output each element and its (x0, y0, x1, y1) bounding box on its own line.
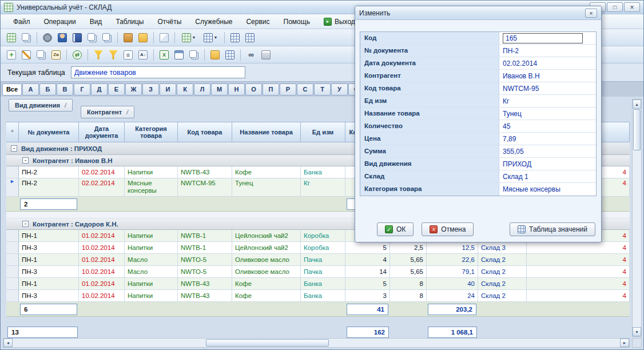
cell-date[interactable]: 01.02.2014 (79, 254, 125, 265)
calc-button[interactable] (49, 47, 63, 62)
list-button[interactable] (121, 47, 136, 62)
mail-button[interactable] (157, 30, 172, 45)
sort-button[interactable] (136, 47, 150, 62)
grid-columns-button[interactable] (243, 30, 257, 45)
cell-doc[interactable]: ПН-2 (19, 178, 79, 196)
header-unit[interactable]: Ед изм (301, 122, 345, 142)
header-date[interactable]: Дата документа (79, 122, 125, 142)
table-open-button[interactable] (19, 30, 34, 45)
cancel-button[interactable]: Отмена (422, 222, 474, 236)
horizontal-scroll-thumb[interactable] (206, 339, 329, 347)
scroll-left-icon[interactable] (3, 339, 13, 347)
cell-code[interactable]: NWTB-1 (178, 230, 232, 241)
table-row[interactable]: ПН-3 10.02.2014 Масло NWTO-5 Оливковое м… (6, 266, 630, 278)
field-value[interactable]: ПРИХОД (499, 158, 596, 170)
alphabet-letter[interactable]: Р (280, 83, 296, 96)
field-value[interactable]: Мясные консервы (499, 183, 596, 196)
cell-unit[interactable]: Банка (301, 166, 345, 178)
cell-unit[interactable]: Пачка (301, 266, 345, 277)
focused-value[interactable]: 165 (503, 33, 583, 43)
cell-qty[interactable]: 5 (345, 278, 390, 289)
alphabet-letter[interactable]: О (245, 83, 262, 96)
alphabet-letter[interactable]: А (22, 83, 39, 96)
cell-sum[interactable]: 22,6 (427, 254, 478, 265)
table-row[interactable]: ПН-3 10.02.2014 Напитки NWTB-1 Цейлонски… (6, 242, 630, 254)
alphabet-letter[interactable]: С (297, 83, 313, 96)
cell-clipped[interactable]: 4 (527, 266, 630, 277)
header-doc[interactable]: № документа (19, 122, 79, 142)
cell-store[interactable]: Склад 3 (478, 242, 527, 253)
form-button[interactable] (172, 47, 186, 62)
field-value[interactable]: 7,89 (499, 133, 596, 145)
cell-doc[interactable]: ПН-3 (19, 242, 79, 253)
alphabet-letter[interactable]: Б (39, 83, 56, 96)
cell-doc[interactable]: ПН-2 (19, 166, 79, 178)
cell-code[interactable]: NWTB-43 (178, 290, 232, 301)
users-button[interactable] (55, 30, 70, 45)
cell-category[interactable]: Напитки (125, 242, 178, 253)
scroll-track[interactable] (633, 151, 641, 327)
folder-button[interactable] (208, 47, 222, 62)
scroll-right-icon[interactable] (620, 339, 629, 347)
refresh-button[interactable] (70, 47, 85, 62)
cell-unit[interactable]: Банка (301, 278, 345, 289)
field-value[interactable]: Иванов В.Н (499, 70, 596, 82)
close-button[interactable] (624, 2, 640, 12)
scroll-track[interactable] (329, 339, 620, 347)
cell-date[interactable]: 01.02.2014 (79, 230, 125, 241)
cell-sum[interactable]: 40 (427, 278, 478, 289)
alphabet-letter[interactable]: М (211, 83, 228, 96)
scroll-up-icon[interactable] (633, 100, 641, 109)
cards-button[interactable] (136, 30, 150, 45)
columns-button[interactable] (222, 47, 237, 62)
cell-price[interactable]: 5,65 (390, 266, 427, 277)
alphabet-letter[interactable]: И (160, 83, 176, 96)
cell-clipped[interactable]: 4 (527, 290, 630, 301)
cell-sum[interactable]: 79,1 (427, 266, 478, 277)
cell-category[interactable]: Напитки (125, 290, 178, 301)
menu-view[interactable]: Вид (83, 16, 109, 27)
dialog-titlebar[interactable]: Изменить (355, 6, 601, 20)
settings-button[interactable] (40, 30, 55, 45)
vertical-scrollbar[interactable] (632, 99, 642, 337)
alphabet-letter[interactable]: Ж (125, 83, 142, 96)
copy-cell-button[interactable] (186, 47, 201, 62)
cell-unit[interactable]: Пачка (301, 254, 345, 265)
cell-category[interactable]: Масло (125, 254, 178, 265)
cell-unit[interactable]: Коробка (301, 230, 345, 241)
cell-store[interactable]: Склад 2 (478, 266, 527, 277)
cell-code[interactable]: NWTB-43 (178, 278, 232, 289)
alphabet-letter[interactable]: Н (228, 83, 245, 96)
cell-name[interactable]: Цейлонский чай2 (232, 242, 301, 253)
cell-price[interactable]: 5,65 (390, 254, 427, 265)
cell-code[interactable]: NWTO-5 (178, 254, 232, 265)
alphabet-letter[interactable]: Т (314, 83, 331, 96)
collapse-icon[interactable] (22, 157, 29, 164)
field-value[interactable]: NWTCM-95 (499, 82, 596, 94)
alphabet-letter[interactable]: У (331, 83, 348, 96)
cell-category[interactable]: Масло (125, 266, 178, 277)
cell-name[interactable]: Оливковое масло (232, 266, 301, 277)
alphabet-letter[interactable]: В (57, 83, 73, 96)
cell-qty[interactable]: 3 (345, 290, 390, 301)
cell-code[interactable]: NWTCM-95 (178, 178, 232, 196)
alphabet-letter[interactable]: З (142, 83, 159, 96)
find-button[interactable] (244, 47, 259, 62)
current-table-input[interactable] (71, 66, 245, 78)
cell-sum[interactable]: 12,5 (427, 242, 478, 253)
alphabet-all[interactable]: Все (2, 83, 22, 96)
copy-all-button[interactable] (100, 30, 114, 45)
alphabet-letter[interactable]: Е (108, 83, 125, 96)
cell-doc[interactable]: ПН-3 (19, 290, 79, 301)
field-value[interactable]: 45 (499, 120, 596, 132)
header-name[interactable]: Название товара (232, 122, 301, 142)
field-value[interactable]: 165 (499, 32, 596, 44)
cell-unit[interactable]: Банка (301, 290, 345, 301)
cell-sum[interactable]: 24 (427, 290, 478, 301)
menu-reports[interactable]: Отчёты (150, 16, 188, 27)
copy-button[interactable] (85, 30, 100, 45)
cell-doc[interactable]: ПН-3 (19, 266, 79, 277)
cell-category[interactable]: Напитки (125, 166, 178, 178)
edit-record-button[interactable] (19, 47, 34, 62)
collapse-icon[interactable] (22, 221, 29, 227)
